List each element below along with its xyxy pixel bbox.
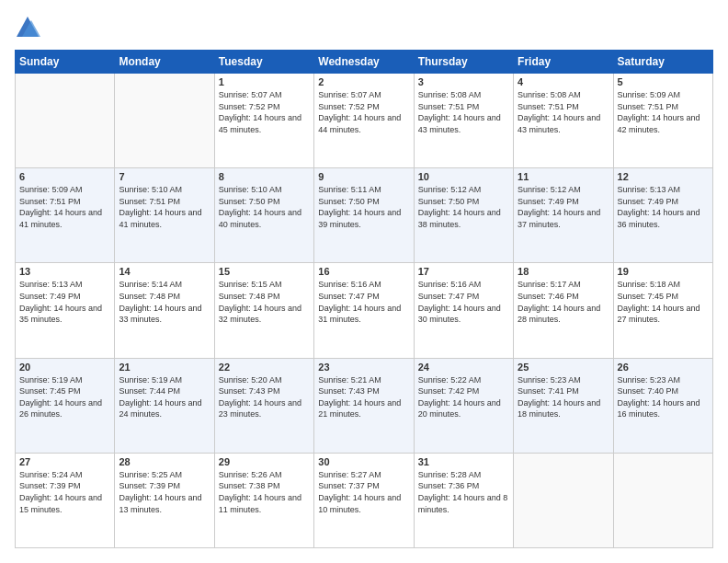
day-detail: Sunrise: 5:23 AM Sunset: 7:41 PM Dayligh… <box>518 374 609 420</box>
day-detail: Sunrise: 5:10 AM Sunset: 7:51 PM Dayligh… <box>119 184 210 230</box>
day-detail: Sunrise: 5:09 AM Sunset: 7:51 PM Dayligh… <box>618 89 709 135</box>
calendar-cell <box>115 74 214 168</box>
day-detail: Sunrise: 5:09 AM Sunset: 7:51 PM Dayligh… <box>19 184 110 230</box>
day-number: 31 <box>418 456 509 467</box>
calendar-cell: 21Sunrise: 5:19 AM Sunset: 7:44 PM Dayli… <box>115 358 214 453</box>
calendar-cell: 18Sunrise: 5:17 AM Sunset: 7:46 PM Dayli… <box>514 263 613 358</box>
calendar-cell: 31Sunrise: 5:28 AM Sunset: 7:36 PM Dayli… <box>414 453 513 547</box>
calendar-cell: 29Sunrise: 5:26 AM Sunset: 7:38 PM Dayli… <box>214 453 313 547</box>
calendar-cell: 15Sunrise: 5:15 AM Sunset: 7:48 PM Dayli… <box>214 263 313 358</box>
day-number: 22 <box>219 362 310 373</box>
day-number: 11 <box>518 171 609 182</box>
day-detail: Sunrise: 5:15 AM Sunset: 7:48 PM Dayligh… <box>219 279 310 325</box>
calendar-cell: 23Sunrise: 5:21 AM Sunset: 7:43 PM Dayli… <box>314 358 414 453</box>
day-detail: Sunrise: 5:16 AM Sunset: 7:47 PM Dayligh… <box>418 279 509 325</box>
day-detail: Sunrise: 5:07 AM Sunset: 7:52 PM Dayligh… <box>219 89 310 135</box>
day-detail: Sunrise: 5:20 AM Sunset: 7:43 PM Dayligh… <box>219 374 310 420</box>
calendar-cell: 22Sunrise: 5:20 AM Sunset: 7:43 PM Dayli… <box>214 358 313 453</box>
calendar-cell <box>613 453 712 547</box>
day-number: 5 <box>618 76 709 87</box>
calendar-cell: 9Sunrise: 5:11 AM Sunset: 7:50 PM Daylig… <box>314 168 414 263</box>
calendar-cell: 17Sunrise: 5:16 AM Sunset: 7:47 PM Dayli… <box>414 263 513 358</box>
day-number: 13 <box>19 266 110 277</box>
calendar-cell: 19Sunrise: 5:18 AM Sunset: 7:45 PM Dayli… <box>613 263 712 358</box>
logo-icon <box>15 15 40 40</box>
day-number: 1 <box>219 76 310 87</box>
calendar-cell: 4Sunrise: 5:08 AM Sunset: 7:51 PM Daylig… <box>514 74 613 168</box>
calendar-cell: 26Sunrise: 5:23 AM Sunset: 7:40 PM Dayli… <box>613 358 712 453</box>
calendar-cell: 3Sunrise: 5:08 AM Sunset: 7:51 PM Daylig… <box>414 74 513 168</box>
day-number: 28 <box>119 456 210 467</box>
day-number: 24 <box>418 362 509 373</box>
day-number: 10 <box>418 171 509 182</box>
calendar-cell <box>514 453 613 547</box>
calendar-cell: 5Sunrise: 5:09 AM Sunset: 7:51 PM Daylig… <box>613 74 712 168</box>
day-detail: Sunrise: 5:14 AM Sunset: 7:48 PM Dayligh… <box>119 279 210 325</box>
day-detail: Sunrise: 5:11 AM Sunset: 7:50 PM Dayligh… <box>318 184 409 230</box>
day-number: 21 <box>119 362 210 373</box>
day-detail: Sunrise: 5:16 AM Sunset: 7:47 PM Dayligh… <box>318 279 409 325</box>
day-number: 27 <box>19 456 110 467</box>
day-number: 23 <box>318 362 409 373</box>
calendar-cell: 27Sunrise: 5:24 AM Sunset: 7:39 PM Dayli… <box>16 453 115 547</box>
day-number: 26 <box>618 362 709 373</box>
calendar-cell: 16Sunrise: 5:16 AM Sunset: 7:47 PM Dayli… <box>314 263 414 358</box>
day-detail: Sunrise: 5:12 AM Sunset: 7:50 PM Dayligh… <box>418 184 509 230</box>
day-detail: Sunrise: 5:12 AM Sunset: 7:49 PM Dayligh… <box>518 184 609 230</box>
weekday-header: Thursday <box>414 51 513 74</box>
day-detail: Sunrise: 5:19 AM Sunset: 7:45 PM Dayligh… <box>19 374 110 420</box>
calendar-cell: 30Sunrise: 5:27 AM Sunset: 7:37 PM Dayli… <box>314 453 414 547</box>
header <box>15 15 713 40</box>
day-number: 9 <box>318 171 409 182</box>
calendar-cell: 6Sunrise: 5:09 AM Sunset: 7:51 PM Daylig… <box>16 168 115 263</box>
calendar-cell <box>16 74 115 168</box>
day-detail: Sunrise: 5:17 AM Sunset: 7:46 PM Dayligh… <box>518 279 609 325</box>
day-detail: Sunrise: 5:26 AM Sunset: 7:38 PM Dayligh… <box>219 469 310 515</box>
calendar-cell: 24Sunrise: 5:22 AM Sunset: 7:42 PM Dayli… <box>414 358 513 453</box>
day-number: 6 <box>19 171 110 182</box>
day-number: 16 <box>318 266 409 277</box>
weekday-header: Sunday <box>16 51 115 74</box>
day-detail: Sunrise: 5:18 AM Sunset: 7:45 PM Dayligh… <box>618 279 709 325</box>
day-number: 8 <box>219 171 310 182</box>
day-detail: Sunrise: 5:10 AM Sunset: 7:50 PM Dayligh… <box>219 184 310 230</box>
day-number: 25 <box>518 362 609 373</box>
day-number: 4 <box>518 76 609 87</box>
calendar-cell: 2Sunrise: 5:07 AM Sunset: 7:52 PM Daylig… <box>314 74 414 168</box>
calendar-cell: 11Sunrise: 5:12 AM Sunset: 7:49 PM Dayli… <box>514 168 613 263</box>
day-number: 3 <box>418 76 509 87</box>
day-number: 29 <box>219 456 310 467</box>
logo <box>15 15 44 40</box>
day-detail: Sunrise: 5:27 AM Sunset: 7:37 PM Dayligh… <box>318 469 409 515</box>
day-detail: Sunrise: 5:08 AM Sunset: 7:51 PM Dayligh… <box>418 89 509 135</box>
day-detail: Sunrise: 5:13 AM Sunset: 7:49 PM Dayligh… <box>618 184 709 230</box>
day-detail: Sunrise: 5:28 AM Sunset: 7:36 PM Dayligh… <box>418 469 509 515</box>
day-detail: Sunrise: 5:24 AM Sunset: 7:39 PM Dayligh… <box>19 469 110 515</box>
calendar-cell: 1Sunrise: 5:07 AM Sunset: 7:52 PM Daylig… <box>214 74 313 168</box>
weekday-header: Friday <box>514 51 613 74</box>
calendar-cell: 28Sunrise: 5:25 AM Sunset: 7:39 PM Dayli… <box>115 453 214 547</box>
day-detail: Sunrise: 5:19 AM Sunset: 7:44 PM Dayligh… <box>119 374 210 420</box>
day-detail: Sunrise: 5:13 AM Sunset: 7:49 PM Dayligh… <box>19 279 110 325</box>
calendar-cell: 13Sunrise: 5:13 AM Sunset: 7:49 PM Dayli… <box>16 263 115 358</box>
calendar-cell: 25Sunrise: 5:23 AM Sunset: 7:41 PM Dayli… <box>514 358 613 453</box>
day-detail: Sunrise: 5:25 AM Sunset: 7:39 PM Dayligh… <box>119 469 210 515</box>
day-detail: Sunrise: 5:07 AM Sunset: 7:52 PM Dayligh… <box>318 89 409 135</box>
calendar-table: SundayMondayTuesdayWednesdayThursdayFrid… <box>15 50 713 548</box>
day-number: 18 <box>518 266 609 277</box>
calendar-cell: 20Sunrise: 5:19 AM Sunset: 7:45 PM Dayli… <box>16 358 115 453</box>
calendar-cell: 10Sunrise: 5:12 AM Sunset: 7:50 PM Dayli… <box>414 168 513 263</box>
calendar-cell: 12Sunrise: 5:13 AM Sunset: 7:49 PM Dayli… <box>613 168 712 263</box>
day-number: 12 <box>618 171 709 182</box>
weekday-header: Saturday <box>613 51 712 74</box>
calendar-cell: 8Sunrise: 5:10 AM Sunset: 7:50 PM Daylig… <box>214 168 313 263</box>
calendar-cell: 7Sunrise: 5:10 AM Sunset: 7:51 PM Daylig… <box>115 168 214 263</box>
day-detail: Sunrise: 5:08 AM Sunset: 7:51 PM Dayligh… <box>518 89 609 135</box>
calendar-cell: 14Sunrise: 5:14 AM Sunset: 7:48 PM Dayli… <box>115 263 214 358</box>
weekday-header: Wednesday <box>314 51 414 74</box>
weekday-header: Tuesday <box>214 51 313 74</box>
day-detail: Sunrise: 5:21 AM Sunset: 7:43 PM Dayligh… <box>318 374 409 420</box>
weekday-header: Monday <box>115 51 214 74</box>
day-number: 19 <box>618 266 709 277</box>
day-detail: Sunrise: 5:23 AM Sunset: 7:40 PM Dayligh… <box>618 374 709 420</box>
